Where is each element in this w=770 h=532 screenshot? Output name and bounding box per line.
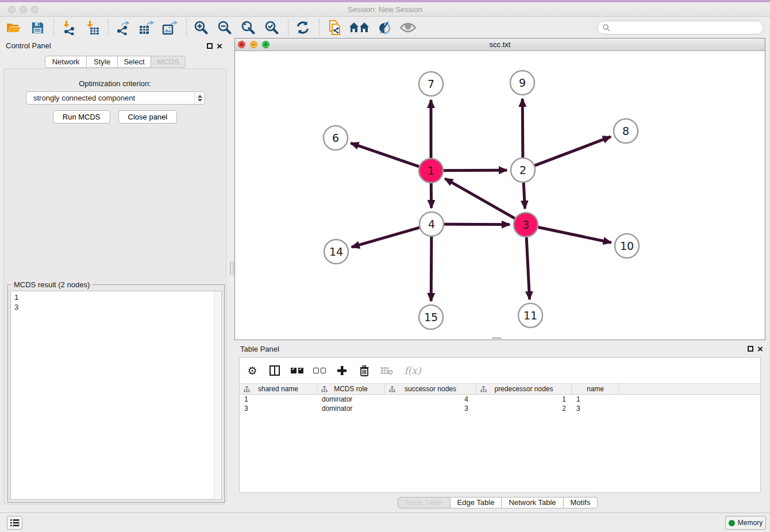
cell-successor-nodes[interactable]: 3 [385,404,476,413]
column-header-mcds-role[interactable]: MCDS role [317,384,385,394]
table-row[interactable]: 3 dominator 3 2 3 [240,404,760,413]
zoom-selected-button[interactable] [263,19,281,36]
cell-shared-name[interactable]: 1 [240,395,317,404]
cell-mcds-role[interactable]: dominator [317,395,385,404]
save-session-button[interactable] [28,19,47,36]
result-scrollbar[interactable] [214,292,221,499]
mcds-result-textarea[interactable]: 1 3 [10,291,222,500]
cell-successor-nodes[interactable]: 4 [385,395,476,404]
close-panel-button[interactable]: Close panel [118,110,178,124]
canvas-horizontal-scroll-thumb[interactable] [492,337,502,339]
cell-shared-name[interactable]: 3 [240,404,317,413]
network-window-title: scc.txt [235,40,765,49]
open-folder-icon [6,21,21,34]
cell-name[interactable]: 1 [572,395,619,404]
panel-divider-handle[interactable] [230,261,234,275]
cell-name[interactable]: 3 [572,404,619,413]
run-mcds-button[interactable]: Run MCDS [53,110,110,124]
export-image-button[interactable] [161,19,179,36]
graph-edge-3-1[interactable] [445,179,515,218]
graph-node-label: 14 [329,245,343,258]
select-stepper-icon [194,92,205,104]
graph-edge-3-11[interactable] [526,237,529,299]
tab-motifs[interactable]: Motifs [564,497,598,508]
tab-edge-table[interactable]: Edge Table [451,497,502,508]
graph-edge-3-10[interactable] [538,228,611,243]
table-settings-button[interactable]: ⚙ [246,364,259,377]
table-panel-close-icon[interactable]: × [757,346,763,353]
cell-mcds-role[interactable]: dominator [317,404,385,413]
function-builder-button[interactable]: f(x) [403,364,422,377]
graph-edge-2-3[interactable] [523,183,525,209]
graph-svg[interactable]: 1234678910111415 [235,51,765,340]
column-header-shared-name[interactable]: shared name [240,384,317,394]
cell-predecessor-nodes[interactable]: 1 [476,395,572,404]
graph-node-label: 11 [523,309,537,322]
column-header-successor-nodes[interactable]: successor nodes [385,384,476,394]
control-panel-close-icon[interactable]: × [217,43,222,50]
add-column-button[interactable] [336,364,348,377]
graph-edge-1-6[interactable] [351,143,419,167]
export-image-icon [162,20,178,35]
zoom-fit-button[interactable] [239,19,257,36]
delete-table-icon [380,366,393,375]
graph-edge-4-15[interactable] [431,237,432,301]
export-table-button[interactable] [137,19,156,36]
memory-button[interactable]: Memory [725,516,766,530]
tab-network[interactable]: Network [45,56,87,68]
delete-table-button[interactable] [380,364,393,377]
toolbar-search[interactable] [597,21,764,34]
optimization-criterion-label: Optimization criterion: [4,79,226,88]
column-header-predecessor-nodes[interactable]: predecessor nodes [476,384,572,394]
zoom-in-button[interactable] [192,19,210,36]
refresh-layout-icon [295,20,310,35]
select-all-button[interactable] [291,364,303,377]
zoom-out-button[interactable] [215,19,234,36]
graph-edge-2-8[interactable] [535,137,611,165]
show-graphics-details-button[interactable] [399,19,417,36]
tab-network-table[interactable]: Network Table [502,497,563,508]
table-panel-title: Table Panel [240,345,279,353]
graph-edge-4-3[interactable] [444,224,510,225]
task-history-button[interactable] [7,516,22,530]
criterion-value: strongly connected component [33,92,135,104]
column-header-name[interactable]: name [572,384,619,394]
deselect-all-button[interactable] [313,364,326,377]
graph-edge-2-9[interactable] [522,99,523,157]
graph-edge-1-2[interactable] [444,170,507,171]
split-view-button[interactable] [268,364,281,377]
mcds-result-group: MCDS result (2 nodes) 1 3 [7,284,225,503]
table-header-row: shared name MCDS role successor nodes pr… [240,383,760,395]
tab-select[interactable]: Select [118,56,151,68]
tab-mcds[interactable]: MCDS [151,56,186,68]
zoom-selected-icon [264,20,279,35]
unchecked-box-icon [313,368,319,373]
search-input[interactable] [610,24,759,32]
table-browser-tabs: Node Table Edge Table Network Table Moti… [398,497,598,508]
tab-node-table[interactable]: Node Table [398,497,451,508]
toolbar-separator [288,19,288,36]
apply-layout-button[interactable] [294,19,312,36]
graph-edge-4-14[interactable] [352,228,419,247]
home-button[interactable] [348,19,370,36]
import-network-button[interactable] [59,19,78,36]
column-label: shared name [258,385,298,393]
toolbar-separator [108,19,109,36]
table-panel-float-icon[interactable] [748,346,753,352]
open-session-button[interactable] [5,19,23,36]
memory-label: Memory [738,519,763,527]
import-table-button[interactable] [83,19,101,36]
network-canvas[interactable]: 1234678910111415 [235,51,765,340]
clone-network-button[interactable] [325,19,343,36]
checked-box-icon [291,368,297,373]
cell-predecessor-nodes[interactable]: 2 [476,404,572,413]
table-row[interactable]: 1 dominator 4 1 1 [240,395,760,404]
network-window-titlebar[interactable]: ✕ − + scc.txt [235,38,765,51]
delete-column-button[interactable] [358,364,371,377]
export-network-button[interactable] [114,19,132,36]
control-panel-float-icon[interactable] [207,43,213,49]
search-icon [602,24,610,32]
criterion-select[interactable]: strongly connected component [26,91,205,105]
hide-graphics-details-button[interactable] [375,19,394,36]
tab-style[interactable]: Style [87,56,118,68]
